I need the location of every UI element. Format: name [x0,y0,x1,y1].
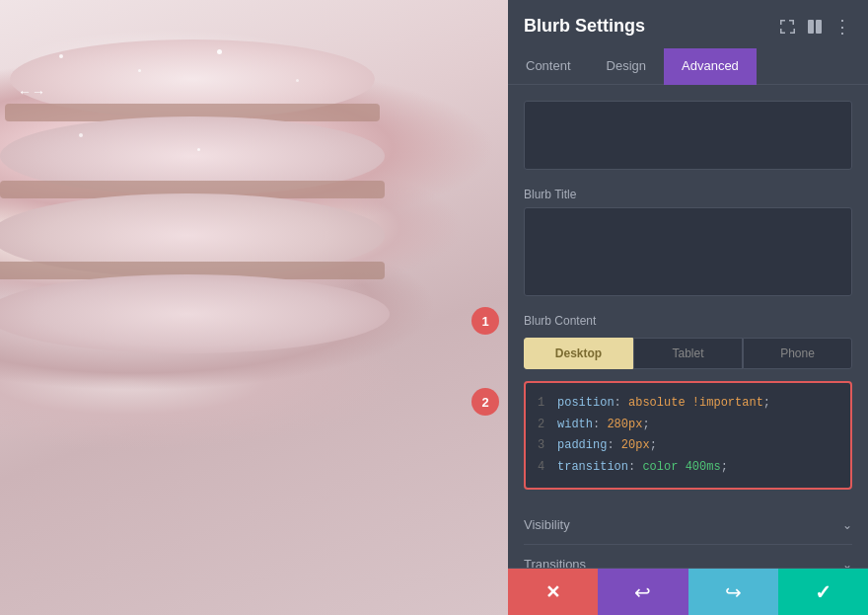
tab-advanced[interactable]: Advanced [664,48,757,85]
css-code-editor[interactable]: 1 position: absolute !important; 2 width… [524,381,852,490]
code-line-3: 3 padding: 20px; [538,435,838,457]
more-options-icon[interactable]: ⋮ [832,17,852,37]
code-line-2: 2 width: 280px; [538,415,838,436]
code-line-1: 1 position: absolute !important; [538,393,838,415]
cancel-icon: ✕ [545,581,560,603]
cancel-button[interactable]: ✕ [508,569,598,615]
device-tab-desktop[interactable]: Desktop [524,338,633,369]
redo-icon: ↪ [725,580,742,604]
device-tab-tablet[interactable]: Tablet [633,338,743,369]
panel-title: Blurb Settings [524,16,645,37]
step-badge-1: 1 [471,307,499,335]
blurb-content-label: Blurb Content [524,314,852,328]
device-tab-phone[interactable]: Phone [743,338,852,369]
undo-icon: ↩ [634,580,651,604]
top-textarea[interactable] [524,101,852,170]
svg-rect-0 [808,20,814,34]
visibility-section[interactable]: Visibility ⌄ [524,505,852,545]
transitions-label: Transitions [524,557,586,568]
columns-icon[interactable] [805,17,825,37]
tab-content[interactable]: Content [508,48,589,85]
save-button[interactable]: ✓ [778,569,868,615]
settings-panel: Blurb Settings ⋮ Content Design Advanced [508,0,868,615]
canvas-image [0,0,508,615]
device-tabs: Desktop Tablet Phone [524,338,852,369]
transitions-section[interactable]: Transitions ⌄ [524,545,852,568]
svg-rect-1 [816,20,822,34]
save-icon: ✓ [815,580,832,604]
transitions-chevron-icon: ⌄ [842,558,852,568]
panel-header: Blurb Settings ⋮ [508,0,868,37]
visibility-label: Visibility [524,517,570,532]
tab-design[interactable]: Design [589,48,664,85]
expand-icon[interactable] [777,17,797,37]
header-icons: ⋮ [777,17,852,37]
canvas-area: ←→ [0,0,508,615]
canvas-arrow: ←→ [18,84,45,100]
blurb-title-input[interactable] [524,207,852,296]
undo-button[interactable]: ↩ [598,569,687,615]
bottom-toolbar: ✕ ↩ ↪ ✓ [508,568,868,615]
tabs-row: Content Design Advanced [508,48,868,85]
visibility-chevron-icon: ⌄ [842,518,852,532]
redo-button[interactable]: ↪ [688,569,778,615]
blurb-title-label: Blurb Title [524,188,852,201]
step-badge-2: 2 [471,388,499,416]
panel-body: Blurb Title Blurb Content Desktop Tablet… [508,85,868,568]
code-line-4: 4 transition: color 400ms; [538,457,838,479]
